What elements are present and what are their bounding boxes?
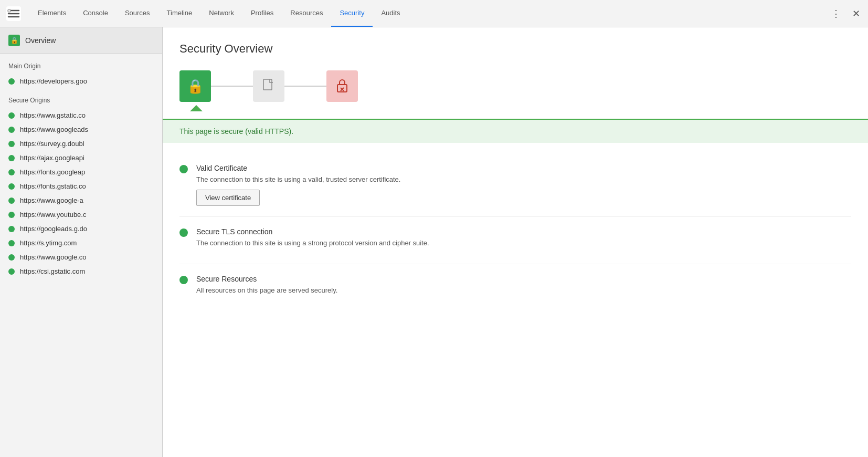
security-item-desc: All resources on this page are served se… [196,286,337,294]
list-item[interactable]: https://ajax.googleapi [0,151,162,165]
list-item[interactable]: https://fonts.gstatic.co [0,179,162,193]
tab-console[interactable]: Console [75,0,117,27]
origin-url: https://www.googleads [20,126,88,133]
tab-profiles[interactable]: Profiles [242,0,282,27]
status-dot [8,254,15,261]
origin-url: https://developers.goo [20,77,87,85]
status-dot [8,198,15,204]
toolbar: Elements Console Sources Timeline Networ… [0,0,868,27]
status-dot [8,212,15,218]
diagram-row: 🔒 [179,70,851,102]
view-certificate-button[interactable]: View certificate [196,190,260,206]
status-dot [8,268,15,275]
status-dot [8,112,15,119]
main-content: Security Overview 🔒 [163,27,868,457]
close-button[interactable]: ✕ [848,6,864,22]
origin-url: https://s.ytimg.com [20,239,77,247]
diagram-arrow [190,105,203,111]
secure-origins-title: Secure Origins [0,88,162,108]
list-item[interactable]: https://s.ytimg.com [0,236,162,250]
origin-url: https://www.youtube.c [20,211,86,219]
status-dot [8,183,15,190]
main-layout: 🔒 Overview Main Origin https://developer… [0,27,868,457]
list-item[interactable]: https://fonts.googleap [0,165,162,179]
svg-rect-2 [263,79,272,90]
origin-url: https://www.gstatic.co [20,111,86,119]
list-item[interactable]: https://www.googleads [0,122,162,137]
insecure-lock-icon [326,70,358,102]
sidebar: 🔒 Overview Main Origin https://developer… [0,27,163,457]
list-item[interactable]: https://googleads.g.do [0,222,162,236]
toolbar-actions: ⋮ ✕ [828,6,864,22]
document-icon [253,70,284,102]
status-dot [8,169,15,175]
list-item[interactable]: https://csi.gstatic.com [0,264,162,278]
status-banner: This page is secure (valid HTTPS). [163,119,868,143]
diagram-line-2 [284,86,326,87]
tab-sources[interactable]: Sources [117,0,158,27]
security-item-body: Secure TLS connection The connection to … [196,227,429,253]
origin-url: https://csi.gstatic.com [20,267,85,275]
origin-url: https://fonts.googleap [20,168,85,176]
status-dot [8,155,15,161]
origin-url: https://fonts.gstatic.co [20,182,86,190]
status-dot [8,226,15,232]
overview-label: Overview [25,36,56,45]
tab-resources[interactable]: Resources [282,0,331,27]
origin-url: https://www.google.co [20,253,86,261]
status-dot [179,165,188,173]
list-item[interactable]: https://survey.g.doubl [0,137,162,151]
lock-icon: 🔒 [8,35,20,46]
list-item[interactable]: https://www.google-a [0,193,162,207]
security-item-title: Valid Certificate [196,164,400,172]
tab-timeline[interactable]: Timeline [158,0,201,27]
svg-rect-1 [8,9,10,12]
main-origin-title: Main Origin [0,54,162,74]
sidebar-item-overview[interactable]: 🔒 Overview [0,27,162,54]
security-item-resources: Secure Resources All resources on this p… [179,264,851,311]
svg-rect-3 [337,85,347,92]
list-item[interactable]: https://developers.goo [0,74,162,88]
page-title: Security Overview [179,42,851,56]
list-item[interactable]: https://www.youtube.c [0,207,162,222]
tab-bar: Elements Console Sources Timeline Networ… [29,0,828,27]
status-dot [179,276,188,284]
security-diagram: 🔒 [179,70,851,102]
security-item-body: Secure Resources All resources on this p… [196,275,337,300]
origin-url: https://googleads.g.do [20,225,87,233]
content-inner: Security Overview 🔒 [163,27,868,119]
tab-security[interactable]: Security [331,0,373,27]
status-dot [8,240,15,246]
more-options-button[interactable]: ⋮ [828,6,844,22]
security-item-desc: The connection to this site is using a s… [196,239,429,247]
list-item[interactable]: https://www.google.co [0,250,162,264]
security-item-desc: The connection to this site is using a v… [196,175,400,183]
tab-elements[interactable]: Elements [29,0,75,27]
devtools-logo [4,4,23,23]
tab-network[interactable]: Network [200,0,242,27]
status-dot [179,228,188,237]
security-item-certificate: Valid Certificate The connection to this… [179,153,851,217]
status-message: This page is secure (valid HTTPS). [179,127,293,136]
origin-url: https://survey.g.doubl [20,140,84,148]
security-item-title: Secure TLS connection [196,227,429,236]
origin-url: https://www.google-a [20,196,83,204]
status-dot [8,127,15,133]
status-dot [8,141,15,147]
security-item-tls: Secure TLS connection The connection to … [179,217,851,264]
security-item-body: Valid Certificate The connection to this… [196,164,400,206]
diagram-line-1 [211,86,253,87]
security-items-list: Valid Certificate The connection to this… [163,143,868,321]
list-item[interactable]: https://www.gstatic.co [0,108,162,122]
tab-audits[interactable]: Audits [373,0,408,27]
origin-url: https://ajax.googleapi [20,154,84,162]
security-item-title: Secure Resources [196,275,337,283]
secure-lock-icon: 🔒 [179,70,211,102]
status-dot [8,78,15,85]
